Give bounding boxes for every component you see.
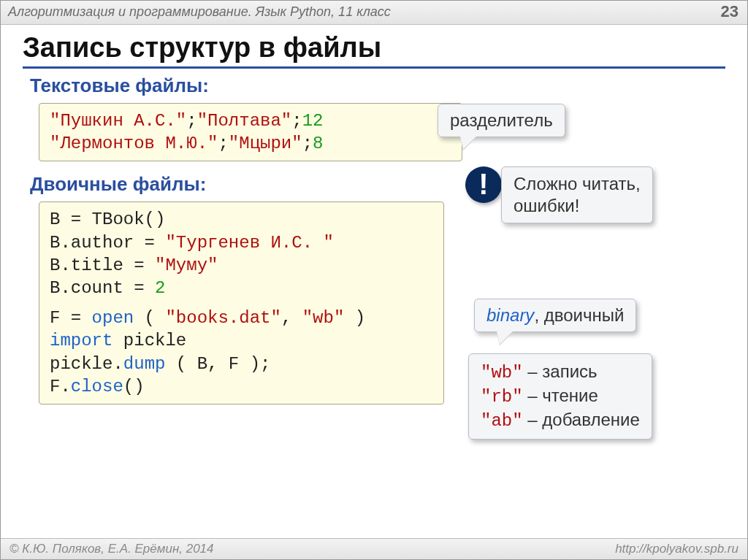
- code-line: pickle.dump ( B, F );: [50, 353, 433, 375]
- code-token: 8: [313, 134, 323, 153]
- code-token: ;: [186, 111, 196, 131]
- code-line: B.author = "Тургенев И.С. ": [50, 231, 433, 254]
- source-url: http://kpolyakov.spb.ru: [615, 542, 739, 556]
- mode-code: "wb": [481, 363, 523, 383]
- mode-desc: – добавление: [523, 410, 640, 429]
- code-token: "Тургенев И.С. ": [165, 233, 333, 253]
- mode-desc: – запись: [523, 361, 598, 381]
- code-token: ( B, F );: [165, 354, 270, 374]
- code-token: open: [92, 308, 134, 328]
- alert-icon: !: [465, 166, 502, 203]
- content-area: Запись структур в файлы Текстовые файлы:…: [1, 25, 747, 412]
- code-token: "Лермонтов М.Ю.": [50, 134, 218, 153]
- text-file-example: "Пушкин А.С.";"Полтава";12 "Лермонтов М.…: [39, 103, 462, 161]
- callout-delimiter: разделитель: [438, 104, 565, 137]
- code-token: ;: [218, 134, 228, 153]
- code-token: B.count =: [50, 278, 155, 298]
- binary-file-example: B = TBook() B.author = "Тургенев И.С. " …: [39, 202, 444, 404]
- code-token: 12: [302, 111, 324, 131]
- code-token: close: [71, 377, 123, 396]
- code-token: ,: [281, 308, 302, 328]
- code-line: import pickle: [50, 329, 433, 352]
- code-token: B.author =: [50, 233, 165, 253]
- mode-line: "rb" – чтение: [481, 384, 640, 408]
- callout-file-modes: "wb" – запись "rb" – чтение "ab" – добав…: [468, 353, 652, 440]
- callout-text: , двоичный: [534, 305, 624, 325]
- code-token: (): [123, 377, 145, 396]
- slide: Алгоритмизация и программирование. Язык …: [0, 0, 748, 560]
- code-token: 2: [155, 278, 165, 298]
- callout-tail-icon: [497, 331, 513, 345]
- code-line: B.count = 2: [50, 277, 433, 299]
- footer: © К.Ю. Поляков, Е.А. Ерёмин, 2014 http:/…: [1, 538, 747, 559]
- code-line: B = TBook(): [50, 208, 433, 231]
- code-token: "Пушкин А.С.": [50, 111, 186, 131]
- lecture-title: Алгоритмизация и программирование. Язык …: [8, 4, 391, 20]
- copyright: © К.Ю. Поляков, Е.А. Ерёмин, 2014: [9, 542, 214, 556]
- code-line: B.title = "Муму": [50, 254, 433, 277]
- mode-code: "rb": [481, 387, 523, 407]
- page-number: 23: [721, 2, 739, 21]
- mode-desc: – чтение: [523, 386, 598, 405]
- code-line: F.close(): [50, 375, 433, 398]
- mode-code: "ab": [481, 411, 523, 431]
- mode-line: "ab" – добавление: [481, 408, 640, 432]
- callout-text: Сложно читать,: [514, 173, 641, 195]
- top-bar: Алгоритмизация и программирование. Язык …: [1, 1, 747, 25]
- code-token: F =: [50, 308, 92, 328]
- code-line: "Пушкин А.С.";"Полтава";12: [50, 110, 451, 132]
- code-token: pickle.: [50, 354, 123, 374]
- callout-warning: Сложно читать, ошибки!: [501, 166, 653, 223]
- code-token: "books.dat": [165, 308, 280, 328]
- page-title: Запись структур в файлы: [23, 32, 725, 64]
- callout-binary: binary, двоичный: [474, 299, 636, 332]
- code-line: F = open ( "books.dat", "wb" ): [50, 307, 433, 329]
- code-token: import: [50, 331, 112, 350]
- code-token: "Мцыри": [229, 134, 302, 153]
- blank-line: [50, 299, 433, 307]
- code-token: B.title =: [50, 256, 155, 275]
- title-rule: [23, 66, 725, 69]
- callout-tail-icon: [460, 137, 476, 150]
- callout-text: ошибки!: [514, 195, 641, 217]
- code-token: (: [134, 308, 165, 328]
- code-token: dump: [123, 354, 166, 374]
- section-text-files: Текстовые файлы:: [30, 74, 725, 97]
- code-token: "Муму": [155, 256, 218, 275]
- code-token: pickle: [112, 331, 186, 350]
- callout-text: разделитель: [450, 110, 553, 130]
- code-token: ;: [302, 134, 313, 153]
- code-token: ): [344, 308, 365, 328]
- code-token: "wb": [302, 308, 345, 328]
- code-token: ;: [291, 111, 302, 131]
- code-token: F.: [50, 377, 71, 396]
- callout-text: binary: [486, 305, 534, 325]
- code-token: "Полтава": [197, 111, 292, 131]
- code-line: "Лермонтов М.Ю.";"Мцыри";8: [50, 132, 451, 155]
- mode-line: "wb" – запись: [481, 360, 640, 384]
